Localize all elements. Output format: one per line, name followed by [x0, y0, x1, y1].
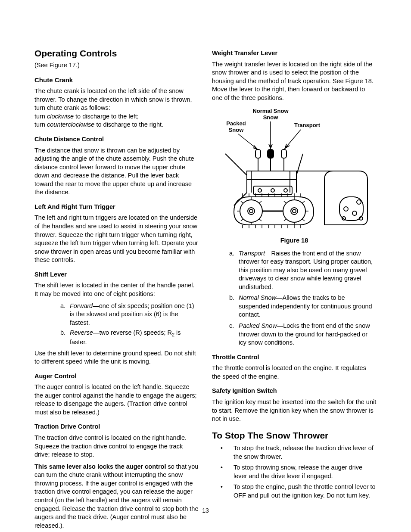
svg-point-20 [284, 189, 287, 192]
svg-point-22 [357, 200, 361, 204]
heading-throttle: Throttle Control [212, 353, 377, 362]
svg-line-6 [285, 130, 301, 149]
traction-drive-lock-text: This same lever also locks the auger con… [34, 463, 199, 530]
list-item: •To stop throwing snow, release the auge… [221, 464, 377, 480]
svg-line-66 [302, 219, 305, 221]
svg-text:Snow: Snow [229, 127, 244, 133]
see-figure-note: (See Figure 17.) [34, 61, 199, 70]
shift-lever-intro: The shift lever is located in the center… [34, 281, 199, 298]
throttle-text: The throttle control is located on the e… [212, 364, 377, 381]
text: The chute crank is located on the left s… [34, 87, 192, 111]
svg-line-56 [241, 219, 243, 221]
svg-rect-10 [281, 149, 286, 158]
svg-marker-3 [253, 145, 258, 149]
list-item: b. Reverse—two reverse (R) speeds; R2 is… [60, 329, 199, 346]
text-italic: Transport [239, 250, 265, 257]
svg-line-60 [259, 201, 262, 203]
heading-ignition: Safety Ignition Switch [212, 387, 377, 395]
svg-point-19 [271, 189, 274, 192]
text: to discharge to the left; [74, 113, 139, 120]
page-number: 13 [0, 507, 411, 515]
list-item: b. Normal Snow—Allows the tracks to be s… [229, 294, 377, 319]
svg-line-68 [302, 201, 305, 203]
svg-line-58 [259, 219, 262, 221]
label-packed: Packed [226, 120, 246, 127]
bullet-icon: • [221, 464, 234, 480]
list-marker: c. [229, 322, 239, 347]
figure-18: Normal Snow Snow Packed Snow Transport [212, 106, 377, 234]
svg-text:Snow: Snow [263, 114, 279, 121]
svg-rect-8 [255, 149, 261, 158]
stop-list: •To stop the track, release the traction… [212, 444, 377, 500]
chute-distance-text: The distance that snow is thrown can be … [34, 146, 199, 197]
list-item: a. Forward—one of six speeds; position o… [60, 302, 199, 327]
svg-point-52 [293, 209, 296, 213]
heading-turn-trigger: Left And Right Turn Trigger [34, 203, 199, 212]
shift-lever-list: a. Forward—one of six speeds; position o… [34, 302, 199, 347]
list-body: Reverse—two reverse (R) speeds; R2 is fa… [70, 329, 199, 346]
list-body: Transport—Raises the front end of the sn… [239, 249, 377, 292]
list-marker: a. [229, 249, 239, 292]
bullet-icon: • [221, 483, 234, 500]
heading-shift-lever: Shift Lever [34, 271, 199, 279]
text: To stop the engine, push the throttle co… [234, 483, 377, 500]
heading-weight-transfer: Weight Transfer Lever [212, 49, 377, 58]
label-normal: Normal Snow [252, 108, 289, 114]
svg-line-54 [241, 201, 243, 203]
heading-auger-control: Auger Control [34, 372, 199, 381]
text: turn [34, 121, 47, 128]
text-italic: counterclockwise [47, 121, 94, 128]
list-body: Packed Snow—Locks the front end of the s… [239, 322, 377, 347]
text: —two reverse (R) speeds; R [93, 329, 172, 336]
heading-traction-drive: Traction Drive Control [34, 423, 199, 431]
svg-rect-14 [247, 171, 296, 180]
chute-crank-intro: The chute crank is located on the left s… [34, 87, 199, 129]
text: To stop throwing snow, release the auger… [234, 464, 377, 480]
two-column-layout: Operating Controls (See Figure 17.) Chut… [34, 47, 377, 532]
svg-line-2 [238, 134, 258, 149]
ignition-text: The ignition key must be inserted into t… [212, 398, 377, 423]
position-list: a. Transport—Raises the front end of the… [212, 249, 377, 347]
turn-trigger-text: The left and right turn triggers are loc… [34, 214, 199, 264]
heading-stop-snow-thrower: To Stop The Snow Thrower [212, 429, 377, 442]
svg-point-49 [249, 209, 253, 213]
text: so that you can turn the chute crank wit… [34, 463, 198, 529]
heading-operating-controls: Operating Controls [34, 47, 199, 59]
heading-chute-distance: Chute Distance Control [34, 135, 199, 144]
figure-18-illustration: Normal Snow Snow Packed Snow Transport [217, 106, 372, 231]
svg-point-24 [352, 211, 357, 215]
weight-transfer-text: The weight transfer lever is located on … [212, 60, 377, 103]
text-bold: This same lever also locks the auger con… [34, 463, 166, 470]
heading-chute-crank: Chute Crank [34, 76, 199, 84]
list-marker: a. [60, 302, 70, 327]
text-italic: Reverse [70, 329, 93, 336]
text-italic: Normal Snow [239, 294, 276, 301]
list-body: Forward—one of six speeds; position one … [70, 302, 199, 327]
svg-rect-9 [268, 149, 274, 158]
list-item: •To stop the engine, push the throttle c… [221, 483, 377, 500]
text-italic: Packed Snow [239, 322, 277, 329]
shift-lever-note: Use the shift lever to determine ground … [34, 349, 199, 366]
bullet-icon: • [221, 444, 234, 461]
document-page: Operating Controls (See Figure 17.) Chut… [0, 0, 411, 532]
traction-drive-text: The traction drive control is located on… [34, 434, 199, 459]
text-italic: Forward [70, 302, 93, 309]
text: to discharge to the right. [94, 121, 163, 128]
list-body: Normal Snow—Allows the tracks to be susp… [239, 294, 377, 319]
text: turn [34, 113, 47, 120]
list-marker: b. [229, 294, 239, 319]
right-column: Weight Transfer Lever The weight transfe… [212, 47, 377, 532]
text-italic: clockwise [47, 113, 74, 120]
list-item: •To stop the track, release the traction… [221, 444, 377, 461]
label-transport: Transport [294, 122, 321, 128]
figure-caption: Figure 18 [212, 236, 377, 245]
svg-line-62 [284, 201, 286, 203]
left-column: Operating Controls (See Figure 17.) Chut… [34, 47, 199, 532]
list-item: c. Packed Snow—Locks the front end of th… [229, 322, 377, 347]
svg-rect-17 [253, 186, 292, 195]
svg-point-23 [344, 207, 348, 211]
list-marker: b. [60, 329, 70, 346]
text: To stop the track, release the traction … [234, 444, 377, 461]
svg-line-64 [284, 219, 286, 221]
svg-point-18 [258, 189, 262, 192]
